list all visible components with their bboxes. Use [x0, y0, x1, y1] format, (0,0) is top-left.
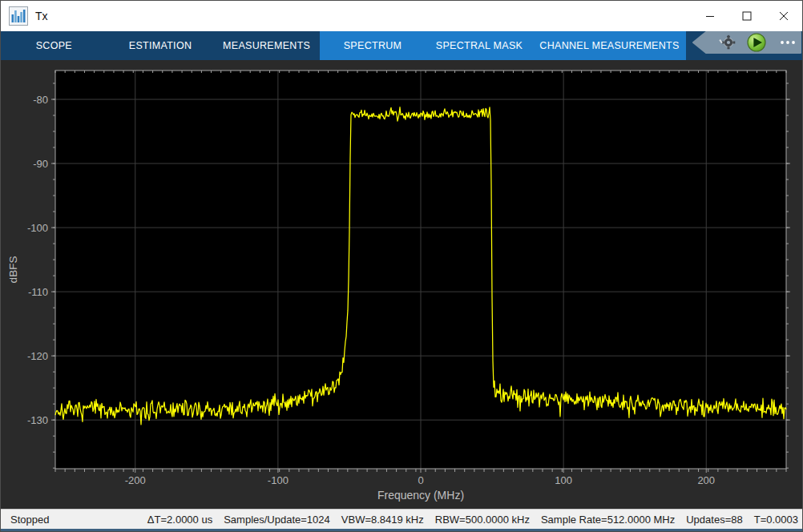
tab-spectrum[interactable]: SPECTRUM: [320, 31, 426, 60]
close-button[interactable]: [765, 1, 802, 31]
axis-tick-label: -110: [28, 286, 48, 298]
y-axis-label: dBFS: [7, 256, 19, 284]
spectrum-plot-svg[interactable]: -80-90-100-110-120-130-200-1000100200Fre…: [1, 60, 803, 509]
axis-tick-label: -200: [125, 474, 146, 486]
status-metric: RBW=500.0000 kHz: [435, 514, 530, 526]
toolstrip-tabs-left: SCOPE ESTIMATION MEASUREMENTS: [1, 31, 320, 60]
window-bottom-border: [1, 529, 802, 532]
toolstrip-right: [686, 31, 802, 60]
axis-tick-label: -120: [27, 350, 48, 362]
axis-tick-label: -90: [33, 158, 48, 170]
quick-access-banner: [690, 31, 802, 54]
spectrum-analyzer-window: Tx SCOPE ESTIMATION: [0, 0, 803, 532]
title-bar: Tx: [1, 1, 802, 31]
tab-spectral-mask[interactable]: SPECTRAL MASK: [426, 31, 533, 60]
axis-tick-label: -100: [27, 222, 48, 234]
axis-tick-label: -130: [27, 414, 48, 426]
toolstrip: SCOPE ESTIMATION MEASUREMENTS SPECTRUM S…: [1, 31, 802, 60]
toolstrip-tabs-active: SPECTRUM SPECTRAL MASK CHANNEL MEASUREME…: [320, 31, 686, 60]
status-metric: Updates=88: [686, 514, 742, 526]
minimize-button[interactable]: [692, 1, 728, 31]
run-play-icon[interactable]: [748, 34, 765, 51]
minimize-icon: [705, 11, 715, 21]
axis-tick-label: -80: [33, 94, 48, 106]
close-icon: [779, 11, 789, 21]
status-bar: Stopped ΔT=2.0000 usSamples/Update=1024V…: [1, 509, 802, 529]
more-ellipsis-icon[interactable]: [781, 41, 795, 44]
status-metric: T=0.0003: [754, 514, 798, 526]
x-axis-label: Frequency (MHz): [377, 489, 464, 502]
tab-channel-measurements[interactable]: CHANNEL MEASUREMENTS: [533, 31, 686, 60]
window-controls: [692, 1, 802, 31]
axis-tick-label: 0: [418, 474, 423, 486]
axis-tick-label: 200: [697, 474, 715, 486]
status-metric: Samples/Update=1024: [224, 514, 330, 526]
maximize-icon: [742, 11, 752, 21]
status-metric: ΔT=2.0000 us: [147, 514, 212, 526]
status-metrics: ΔT=2.0000 usSamples/Update=1024VBW=8.841…: [136, 514, 798, 526]
tab-measurements[interactable]: MEASUREMENTS: [213, 31, 320, 60]
tab-scope[interactable]: SCOPE: [1, 31, 107, 60]
figure-area: -80-90-100-110-120-130-200-1000100200Fre…: [1, 60, 803, 509]
tab-estimation[interactable]: ESTIMATION: [107, 31, 214, 60]
app-bar-chart-icon: [9, 6, 28, 26]
status-state: Stopped: [10, 514, 49, 526]
window-title: Tx: [35, 10, 48, 22]
maximize-button[interactable]: [728, 1, 765, 31]
status-metric: Sample Rate=512.0000 MHz: [541, 514, 675, 526]
axis-tick-label: 100: [555, 474, 572, 486]
status-metric: VBW=8.8419 kHz: [341, 514, 424, 526]
axis-tick-label: -100: [268, 474, 289, 486]
